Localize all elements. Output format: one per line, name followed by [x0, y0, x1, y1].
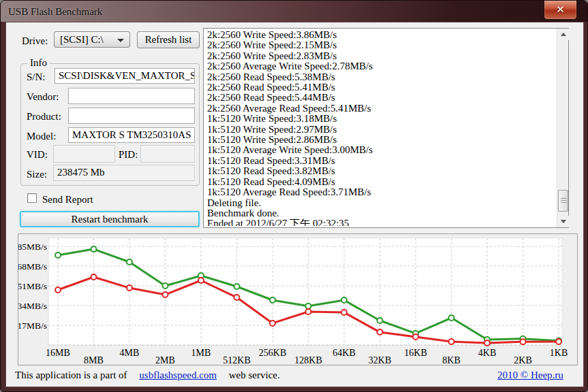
svg-text:1MB: 1MB — [191, 348, 211, 358]
scroll-down-button[interactable] — [557, 216, 569, 227]
send-report-checkbox[interactable] — [27, 193, 37, 203]
vid-label: VID: — [27, 149, 48, 161]
drive-label: Drive: — [22, 35, 48, 47]
speed-chart-svg: 85MB/s68MB/s51MB/s34MB/s17MB/s16MB8MB4MB… — [18, 234, 577, 365]
model-label: Model: — [27, 131, 56, 142]
titlebar[interactable]: USB Flash Benchmark ✕ — [1, 1, 587, 22]
svg-text:16KB: 16KB — [404, 348, 427, 358]
size-label: Size: — [27, 169, 47, 180]
scrollbar-thumb[interactable] — [558, 190, 568, 212]
client-area: Drive: [SCSI] C:\ Refresh list Info S/N:… — [5, 22, 584, 387]
svg-text:2MB: 2MB — [155, 355, 175, 365]
svg-text:16MB: 16MB — [46, 348, 70, 358]
scroll-up-icon — [561, 33, 566, 36]
footer-text-1: This application is a part of — [15, 370, 127, 380]
refresh-list-button[interactable]: Refresh list — [137, 31, 200, 48]
svg-text:34MB/s: 34MB/s — [18, 301, 47, 311]
benchmark-log[interactable]: 2k:2560 Write Speed:3.86MB/s2k:2560 Writ… — [203, 28, 569, 228]
svg-text:64KB: 64KB — [332, 348, 355, 358]
info-group-label: Info — [27, 57, 50, 69]
product-field[interactable] — [68, 108, 195, 124]
svg-text:4KB: 4KB — [478, 348, 496, 358]
svg-text:32KB: 32KB — [369, 355, 391, 365]
close-icon: ✕ — [556, 5, 565, 15]
vid-field[interactable] — [53, 145, 115, 163]
svg-text:51MB/s: 51MB/s — [18, 281, 47, 291]
restart-benchmark-button[interactable]: Restart benchmark — [20, 211, 200, 227]
model-field[interactable]: MAXTOR S TM3250310AS S — [68, 127, 195, 143]
app-window: USB Flash Benchmark ✕ Drive: [SCSI] C:\ … — [0, 0, 588, 392]
usbflashspeed-link[interactable]: usbflashspeed.com — [139, 370, 217, 380]
pid-field[interactable] — [140, 145, 195, 163]
info-groupbox: Info S/N: SCSI\DISK&VEN_MAXTOR_S8 Vendor… — [20, 63, 200, 186]
window-title: USB Flash Benchmark — [8, 6, 102, 18]
chevron-down-icon — [117, 39, 124, 42]
vendor-field[interactable] — [68, 88, 195, 104]
scroll-up-button[interactable] — [557, 29, 569, 40]
log-scrollbar[interactable] — [557, 29, 568, 227]
svg-text:4MB: 4MB — [120, 348, 140, 358]
close-button[interactable]: ✕ — [544, 1, 577, 20]
svg-text:8MB: 8MB — [84, 355, 104, 365]
size-field[interactable]: 238475 Mb — [53, 165, 195, 181]
scrollbar-grip-icon — [561, 198, 567, 204]
speed-chart: 85MB/s68MB/s51MB/s34MB/s17MB/s16MB8MB4MB… — [18, 233, 578, 365]
svg-text:1KB: 1KB — [550, 348, 568, 358]
send-report-label: Send Report — [42, 194, 93, 206]
scroll-down-icon — [561, 220, 566, 223]
svg-text:68MB/s: 68MB/s — [18, 261, 47, 272]
sn-label: S/N: — [27, 71, 46, 83]
drive-select[interactable]: [SCSI] C:\ — [54, 31, 130, 48]
svg-text:85MB/s: 85MB/s — [18, 242, 47, 252]
heep-link[interactable]: 2010 © Heep.ru — [497, 370, 563, 380]
footer-left: This application is a part of usbflashsp… — [15, 370, 283, 381]
svg-text:128KB: 128KB — [294, 355, 322, 365]
svg-text:256KB: 256KB — [259, 348, 286, 358]
svg-text:8KB: 8KB — [442, 355, 460, 365]
footer-right: 2010 © Heep.ru — [497, 370, 563, 381]
drive-select-value: [SCSI] C:\ — [60, 34, 104, 46]
footer-text-2: web service. — [229, 370, 280, 380]
svg-text:512KB: 512KB — [223, 355, 250, 365]
svg-text:17MB/s: 17MB/s — [18, 321, 47, 331]
svg-text:2KB: 2KB — [514, 355, 531, 365]
sn-field[interactable]: SCSI\DISK&VEN_MAXTOR_S8 — [55, 68, 195, 84]
pid-label: PID: — [119, 149, 138, 161]
vendor-label: Vendor: — [27, 91, 59, 103]
product-label: Product: — [27, 111, 61, 122]
log-lines: 2k:2560 Write Speed:3.86MB/s2k:2560 Writ… — [207, 30, 555, 226]
